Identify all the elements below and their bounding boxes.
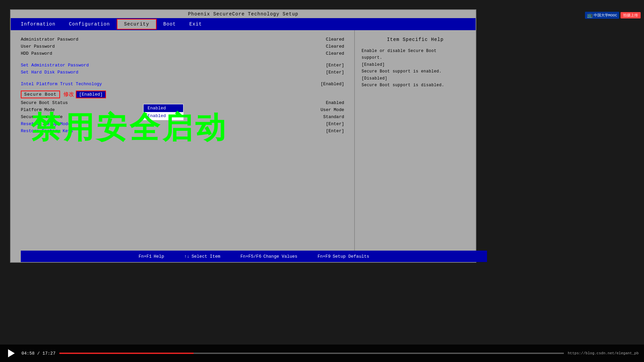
dropdown-popup[interactable]: Enabled Enabled [143,104,183,120]
mooc-badge: 📺 中国大学MOOC [585,12,619,19]
player-controls: 04:58 / 17:27 https://blog.csdn.net/eleg… [0,345,644,362]
statusbar-select: ↑↓ Select Item [184,254,220,259]
bios-title: Phoenix SecureCore Technology Setup [11,10,476,18]
watermark-text: 禁用安全启动 [31,107,228,148]
dropdown-item-enabled-2[interactable]: Enabled [144,112,183,120]
nav-item-security[interactable]: Security [117,19,157,30]
statusbar-change: Fn+F5/F6 Change Values [240,254,298,259]
video-player: Phoenix SecureCore Technology Setup Info… [0,0,644,362]
progress-bar[interactable] [59,353,564,354]
mooc-text: 中国大学MOOC [594,13,617,18]
bios-screen: Phoenix SecureCore Technology Setup Info… [10,9,476,263]
upload-badge[interactable]: 拍摄上传 [621,12,641,18]
row-restore-factory-keys[interactable]: Restore Factory Keys [Enter] [21,128,344,134]
row-hdd-password: HDD Password Cleared [21,51,344,56]
bios-nav: Information Configuration Security Boot … [11,18,476,30]
play-button[interactable] [5,347,17,359]
url-display: https://blog.csdn.net/elegant_pb [568,351,639,355]
row-user-password: User Password Cleared [21,44,344,49]
secure-boot-annotation: 修改 [63,91,74,98]
bios-help-panel: Item Specific Help Enable or disable Sec… [355,30,476,259]
bios-statusbar: Fn+F1 Help ↑↓ Select Item Fn+F5/F6 Chang… [21,251,487,262]
row-set-admin-password[interactable]: Set Administrator Password [Enter] [21,63,344,68]
nav-item-information[interactable]: Information [14,19,62,29]
nav-item-boot[interactable]: Boot [157,19,183,29]
statusbar-defaults: Fn+F9 Setup Defaults [318,254,369,259]
mooc-icon: 📺 [587,12,593,18]
help-panel-title: Item Specific Help [362,37,469,42]
bios-main: Administrator Password Cleared User Pass… [11,30,476,259]
bios-left-panel: Administrator Password Cleared User Pass… [11,30,355,259]
secure-boot-label: Secure Boot [21,91,60,98]
dropdown-item-enabled-1[interactable]: Enabled [144,104,183,112]
row-admin-password: Administrator Password Cleared [21,37,344,42]
nav-item-configuration[interactable]: Configuration [62,19,116,29]
row-intel-ptt[interactable]: Intel Platform Trust Technology [Enabled… [21,82,344,87]
statusbar-help: Fn+F1 Help [139,254,164,259]
help-panel-content: Enable or disable Secure Bootsupport.[En… [362,48,469,89]
progress-bar-fill [59,353,194,354]
row-secure-boot[interactable]: Secure Boot 修改 [Enabled] [21,91,344,98]
mooc-logo: 📺 中国大学MOOC 拍摄上传 [585,12,641,19]
secure-boot-value: [Enabled] [76,91,106,98]
play-icon [8,349,15,357]
nav-item-exit[interactable]: Exit [182,19,209,29]
time-display: 04:58 / 17:27 [21,351,55,356]
row-set-hdd-password[interactable]: Set Hard Disk Password [Enter] [21,70,344,75]
row-reset-setup-mode[interactable]: Reset to Setup Mode [Enter] [21,121,344,126]
